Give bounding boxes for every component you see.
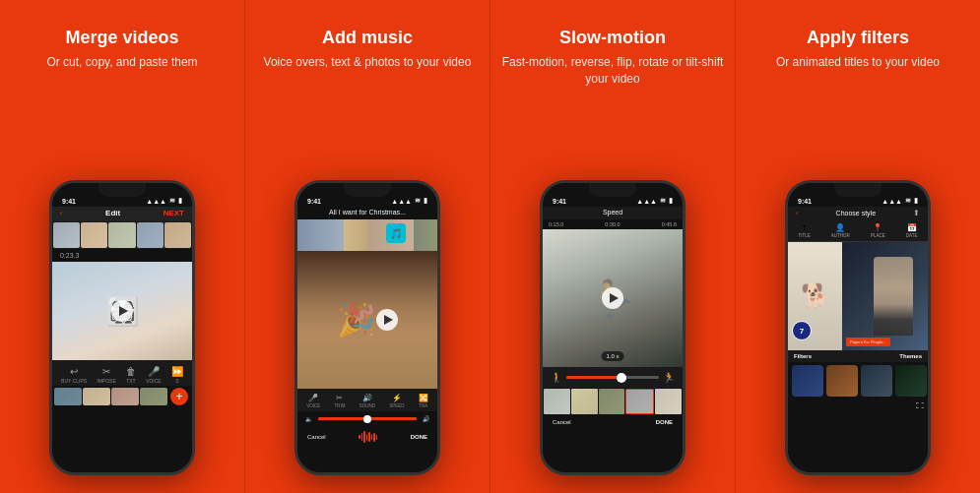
tab-place[interactable]: 📍 PLACE <box>871 223 885 238</box>
done-btn-3[interactable]: DONE <box>656 419 673 425</box>
tc4 <box>414 219 437 251</box>
filter-thumb-1[interactable] <box>792 365 823 397</box>
play-button-3[interactable] <box>602 287 623 309</box>
tab-author[interactable]: 👤 AUTHOR <box>831 223 850 238</box>
filter-thumb-3[interactable] <box>861 365 892 397</box>
cut-btn[interactable]: ✂IMPOSE <box>97 366 115 384</box>
strip-thumb-2[interactable] <box>83 388 110 405</box>
panel-filters-subtitle: Or animated titles to your video <box>776 54 940 71</box>
fullscreen-btn[interactable]: ⛶ <box>916 401 924 410</box>
sound-ctrl[interactable]: 🔊SOUND <box>359 394 375 408</box>
speed-btn[interactable]: ⏩S <box>171 366 183 384</box>
channel-badge: 7 <box>792 321 812 340</box>
p4-fullscreen-row: ⛶ <box>788 400 928 412</box>
speed-thumb[interactable] <box>617 373 626 383</box>
timeline-thumb-2[interactable] <box>81 222 107 248</box>
filters-label: Filters <box>794 353 812 359</box>
play-button-2[interactable] <box>376 309 398 331</box>
sf1[interactable] <box>544 389 570 414</box>
filter-thumb-4[interactable] <box>895 365 927 397</box>
place-label: PLACE <box>871 233 885 238</box>
p1-main-photo: 👨‍👩‍👧‍👦 <box>52 262 192 360</box>
wb6 <box>371 434 373 440</box>
tra-ctrl[interactable]: 🔀TRA <box>419 394 428 408</box>
trim-ctrl[interactable]: ✂TRIM <box>334 394 345 408</box>
vol-thumb[interactable] <box>363 415 371 423</box>
p4-back-btn[interactable]: ‹ <box>796 209 799 217</box>
wifi-icon-2: ≋ <box>415 197 421 205</box>
presenter-area <box>858 242 928 350</box>
p2-song-title: All I want for Christmas... <box>329 209 406 216</box>
p2-bottom-actions: Cancel DONE <box>297 426 437 448</box>
battery-icon-4: ▮ <box>914 197 918 205</box>
p1-bottom-strip: + <box>52 386 192 409</box>
phone-wrap-slowmo: 9:41 ▲▲▲ ≋ ▮ Speed 0:15.0 0:30.0 0:45.6 <box>540 101 686 475</box>
add-clip-btn[interactable]: + <box>170 388 188 405</box>
wifi-icon-3: ≋ <box>660 197 666 205</box>
sf3[interactable] <box>599 389 625 414</box>
strip-thumb-3[interactable] <box>111 388 139 405</box>
p3-timeline-strip <box>543 388 683 415</box>
p2-header: All I want for Christmas... <box>297 207 437 219</box>
themes-label: Themes <box>899 353 922 359</box>
wifi-icon-4: ≋ <box>905 197 911 205</box>
phone-wrap-music: 9:41 ▲▲▲ ≋ ▮ All I want for Christmas... <box>294 85 440 475</box>
play-triangle-2 <box>384 315 393 325</box>
filter-thumb-2[interactable] <box>826 365 858 397</box>
author-icon: 👤 <box>835 223 845 232</box>
status-bar-4: 9:41 ▲▲▲ ≋ ▮ <box>788 183 928 207</box>
phone-screen-filters: 9:41 ▲▲▲ ≋ ▮ ‹ Choose style ⬆ T <box>788 183 928 472</box>
vol-high-icon: 🔊 <box>423 415 429 422</box>
speed-track[interactable] <box>566 376 659 379</box>
p1-timeline <box>52 221 192 249</box>
tab-title[interactable]: T TITLE <box>799 223 811 238</box>
delete-btn[interactable]: 🗑TXT <box>126 366 136 384</box>
play-triangle-1 <box>119 306 128 316</box>
sf2[interactable] <box>571 389 598 414</box>
timeline-thumb-5[interactable] <box>164 222 191 248</box>
cancel-btn-2[interactable]: Cancel <box>307 434 326 440</box>
sf5[interactable] <box>655 389 682 414</box>
timeline-thumb-3[interactable] <box>108 222 135 248</box>
p4-choose-style: Choose style <box>836 210 876 216</box>
vol-low-icon: 🔈 <box>305 415 312 422</box>
p2-main-video: 0:00:01 🎉 <box>297 251 437 389</box>
phone-wrap-merge: 9:41 ▲▲▲ ≋ ▮ ‹ Edit NEXT <box>49 85 195 475</box>
speed-ctrl[interactable]: ⚡SPEED <box>389 394 404 408</box>
author-label: AUTHOR <box>831 233 850 238</box>
cancel-btn-3[interactable]: Cancel <box>553 419 571 425</box>
strip-thumb-4[interactable] <box>140 388 167 405</box>
marker-3: 0:45.6 <box>662 221 677 227</box>
p2-controls: 🎤VOICE ✂TRIM 🔊SOUND ⚡SPEED 🔀TRA <box>297 389 437 411</box>
panel-slowmo-title: Slow-motion <box>559 28 666 48</box>
sf4[interactable] <box>625 389 654 414</box>
panel-slowmo-subtitle: Fast-motion, reverse, flip, rotate or ti… <box>500 54 725 88</box>
p3-markers: 0:15.0 0:30.0 0:45.6 <box>543 219 683 229</box>
p1-back[interactable]: ‹ <box>60 209 63 217</box>
p1-next[interactable]: NEXT <box>163 209 184 217</box>
voice-btn[interactable]: 🎤VOICE <box>146 366 162 384</box>
voice-ctrl[interactable]: 🎤VOICE <box>306 394 320 408</box>
panel-filters-title: Apply filters <box>807 28 909 48</box>
done-btn-2[interactable]: DONE <box>411 434 427 440</box>
strip-thumb-1[interactable] <box>54 388 82 405</box>
play-button-1[interactable] <box>111 300 133 322</box>
volume-slider[interactable] <box>318 417 417 420</box>
status-time-3: 9:41 <box>553 198 566 205</box>
title-icon: T <box>802 223 807 232</box>
timeline-thumb-1[interactable] <box>53 222 80 248</box>
tc2 <box>344 219 367 251</box>
tab-date[interactable]: 📅 DATE <box>906 223 918 238</box>
p1-timecode: 0:23.3 <box>52 249 192 262</box>
music-badge: 🎵 <box>386 223 406 243</box>
p4-share-btn[interactable]: ⬆ <box>913 209 920 217</box>
panel-filters: Apply filters Or animated titles to your… <box>735 0 980 493</box>
p4-video-preview: 🐕 Papers For People... 7 <box>788 242 928 350</box>
undo-btn[interactable]: ↩BUY CLIPS <box>61 366 87 384</box>
wb2 <box>361 433 363 441</box>
panel-music: Add music Voice overs, text & photos to … <box>244 0 490 493</box>
phone-screen-slowmo: 9:41 ▲▲▲ ≋ ▮ Speed 0:15.0 0:30.0 0:45.6 <box>543 183 683 472</box>
timeline-thumb-4[interactable] <box>137 222 163 248</box>
p2-top-thumb: 🎵 <box>297 219 437 251</box>
status-bar-2: 9:41 ▲▲▲ ≋ ▮ <box>297 183 437 207</box>
